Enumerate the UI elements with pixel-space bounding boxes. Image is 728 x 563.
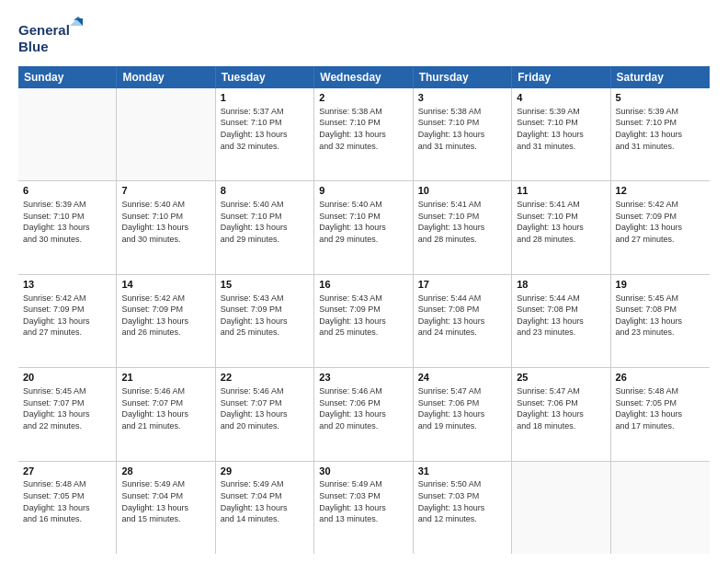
day-18: 18Sunrise: 5:44 AM Sunset: 7:08 PM Dayli… (512, 275, 610, 367)
day-number-14: 14 (121, 278, 210, 292)
day-8: 8Sunrise: 5:40 AM Sunset: 7:10 PM Daylig… (216, 181, 314, 273)
day-info-31: Sunrise: 5:50 AM Sunset: 7:03 PM Dayligh… (418, 478, 506, 524)
day-26: 26Sunrise: 5:48 AM Sunset: 7:05 PM Dayli… (611, 368, 710, 460)
empty-cell-4-5 (512, 462, 610, 554)
day-number-23: 23 (319, 371, 407, 385)
day-number-15: 15 (221, 278, 309, 292)
day-12: 12Sunrise: 5:42 AM Sunset: 7:09 PM Dayli… (611, 181, 710, 273)
day-number-18: 18 (517, 278, 605, 292)
day-info-30: Sunrise: 5:49 AM Sunset: 7:03 PM Dayligh… (319, 478, 407, 524)
day-info-1: Sunrise: 5:37 AM Sunset: 7:10 PM Dayligh… (221, 106, 309, 152)
day-number-7: 7 (121, 184, 210, 198)
day-number-17: 17 (418, 278, 506, 292)
day-info-23: Sunrise: 5:46 AM Sunset: 7:06 PM Dayligh… (319, 385, 407, 431)
day-19: 19Sunrise: 5:45 AM Sunset: 7:08 PM Dayli… (611, 275, 710, 367)
day-number-13: 13 (23, 278, 111, 292)
header: General Blue (18, 17, 710, 57)
header-sunday: Sunday (18, 66, 117, 88)
day-info-2: Sunrise: 5:38 AM Sunset: 7:10 PM Dayligh… (319, 106, 407, 152)
logo-svg: General Blue (18, 17, 83, 57)
day-22: 22Sunrise: 5:46 AM Sunset: 7:07 PM Dayli… (216, 368, 314, 460)
day-info-26: Sunrise: 5:48 AM Sunset: 7:05 PM Dayligh… (616, 385, 705, 431)
day-number-21: 21 (121, 371, 210, 385)
day-number-4: 4 (517, 91, 605, 105)
day-info-29: Sunrise: 5:49 AM Sunset: 7:04 PM Dayligh… (221, 478, 309, 524)
day-number-29: 29 (221, 465, 309, 478)
header-wednesday: Wednesday (314, 66, 413, 88)
day-number-11: 11 (517, 184, 605, 198)
day-number-26: 26 (616, 371, 705, 385)
day-info-10: Sunrise: 5:41 AM Sunset: 7:10 PM Dayligh… (418, 199, 506, 245)
header-saturday: Saturday (611, 66, 710, 88)
calendar: SundayMondayTuesdayWednesdayThursdayFrid… (18, 66, 710, 554)
calendar-row-3: 13Sunrise: 5:42 AM Sunset: 7:09 PM Dayli… (18, 275, 710, 368)
day-number-28: 28 (121, 465, 210, 478)
day-number-20: 20 (23, 371, 111, 385)
empty-cell-0-1 (117, 88, 215, 180)
day-info-11: Sunrise: 5:41 AM Sunset: 7:10 PM Dayligh… (517, 199, 605, 245)
day-number-24: 24 (418, 371, 506, 385)
day-number-27: 27 (23, 465, 111, 478)
calendar-row-1: 1Sunrise: 5:37 AM Sunset: 7:10 PM Daylig… (18, 88, 710, 181)
empty-cell-4-6 (611, 462, 710, 554)
day-number-3: 3 (418, 91, 506, 105)
day-info-18: Sunrise: 5:44 AM Sunset: 7:08 PM Dayligh… (517, 293, 605, 339)
day-info-21: Sunrise: 5:46 AM Sunset: 7:07 PM Dayligh… (121, 385, 210, 431)
day-number-31: 31 (418, 465, 506, 478)
svg-text:General: General (18, 22, 70, 38)
day-info-3: Sunrise: 5:38 AM Sunset: 7:10 PM Dayligh… (418, 106, 506, 152)
day-31: 31Sunrise: 5:50 AM Sunset: 7:03 PM Dayli… (414, 462, 512, 554)
day-13: 13Sunrise: 5:42 AM Sunset: 7:09 PM Dayli… (18, 275, 117, 367)
day-info-14: Sunrise: 5:42 AM Sunset: 7:09 PM Dayligh… (121, 293, 210, 339)
day-6: 6Sunrise: 5:39 AM Sunset: 7:10 PM Daylig… (18, 181, 117, 273)
day-7: 7Sunrise: 5:40 AM Sunset: 7:10 PM Daylig… (117, 181, 215, 273)
day-number-9: 9 (319, 184, 407, 198)
day-10: 10Sunrise: 5:41 AM Sunset: 7:10 PM Dayli… (414, 181, 512, 273)
day-info-28: Sunrise: 5:49 AM Sunset: 7:04 PM Dayligh… (121, 478, 210, 524)
header-friday: Friday (512, 66, 610, 88)
day-27: 27Sunrise: 5:48 AM Sunset: 7:05 PM Dayli… (18, 462, 117, 554)
calendar-body: 1Sunrise: 5:37 AM Sunset: 7:10 PM Daylig… (18, 88, 710, 554)
day-14: 14Sunrise: 5:42 AM Sunset: 7:09 PM Dayli… (117, 275, 215, 367)
day-9: 9Sunrise: 5:40 AM Sunset: 7:10 PM Daylig… (314, 181, 413, 273)
day-number-5: 5 (616, 91, 705, 105)
day-info-12: Sunrise: 5:42 AM Sunset: 7:09 PM Dayligh… (616, 199, 705, 245)
day-info-13: Sunrise: 5:42 AM Sunset: 7:09 PM Dayligh… (23, 293, 111, 339)
day-1: 1Sunrise: 5:37 AM Sunset: 7:10 PM Daylig… (216, 88, 314, 180)
day-number-30: 30 (319, 465, 407, 478)
day-info-22: Sunrise: 5:46 AM Sunset: 7:07 PM Dayligh… (221, 385, 309, 431)
day-2: 2Sunrise: 5:38 AM Sunset: 7:10 PM Daylig… (314, 88, 413, 180)
svg-text:Blue: Blue (18, 39, 49, 54)
calendar-row-4: 20Sunrise: 5:45 AM Sunset: 7:07 PM Dayli… (18, 368, 710, 461)
header-thursday: Thursday (414, 66, 512, 88)
day-info-27: Sunrise: 5:48 AM Sunset: 7:05 PM Dayligh… (23, 478, 111, 524)
day-info-24: Sunrise: 5:47 AM Sunset: 7:06 PM Dayligh… (418, 385, 506, 431)
header-tuesday: Tuesday (216, 66, 314, 88)
day-4: 4Sunrise: 5:39 AM Sunset: 7:10 PM Daylig… (512, 88, 610, 180)
day-info-25: Sunrise: 5:47 AM Sunset: 7:06 PM Dayligh… (517, 385, 605, 431)
day-24: 24Sunrise: 5:47 AM Sunset: 7:06 PM Dayli… (414, 368, 512, 460)
logo: General Blue (18, 17, 83, 57)
page: General Blue SundayMondayTuesdayWednesda… (0, 0, 728, 563)
day-info-7: Sunrise: 5:40 AM Sunset: 7:10 PM Dayligh… (121, 199, 210, 245)
day-5: 5Sunrise: 5:39 AM Sunset: 7:10 PM Daylig… (611, 88, 710, 180)
day-number-6: 6 (23, 184, 111, 198)
day-23: 23Sunrise: 5:46 AM Sunset: 7:06 PM Dayli… (314, 368, 413, 460)
day-number-16: 16 (319, 278, 407, 292)
day-info-19: Sunrise: 5:45 AM Sunset: 7:08 PM Dayligh… (616, 293, 705, 339)
day-25: 25Sunrise: 5:47 AM Sunset: 7:06 PM Dayli… (512, 368, 610, 460)
day-number-2: 2 (319, 91, 407, 105)
day-number-12: 12 (616, 184, 705, 198)
day-11: 11Sunrise: 5:41 AM Sunset: 7:10 PM Dayli… (512, 181, 610, 273)
day-info-9: Sunrise: 5:40 AM Sunset: 7:10 PM Dayligh… (319, 199, 407, 245)
day-30: 30Sunrise: 5:49 AM Sunset: 7:03 PM Dayli… (314, 462, 413, 554)
day-info-6: Sunrise: 5:39 AM Sunset: 7:10 PM Dayligh… (23, 199, 111, 245)
day-29: 29Sunrise: 5:49 AM Sunset: 7:04 PM Dayli… (216, 462, 314, 554)
calendar-row-5: 27Sunrise: 5:48 AM Sunset: 7:05 PM Dayli… (18, 462, 710, 554)
day-number-22: 22 (221, 371, 309, 385)
day-number-19: 19 (616, 278, 705, 292)
day-info-5: Sunrise: 5:39 AM Sunset: 7:10 PM Dayligh… (616, 106, 705, 152)
day-number-1: 1 (221, 91, 309, 105)
day-16: 16Sunrise: 5:43 AM Sunset: 7:09 PM Dayli… (314, 275, 413, 367)
day-17: 17Sunrise: 5:44 AM Sunset: 7:08 PM Dayli… (414, 275, 512, 367)
